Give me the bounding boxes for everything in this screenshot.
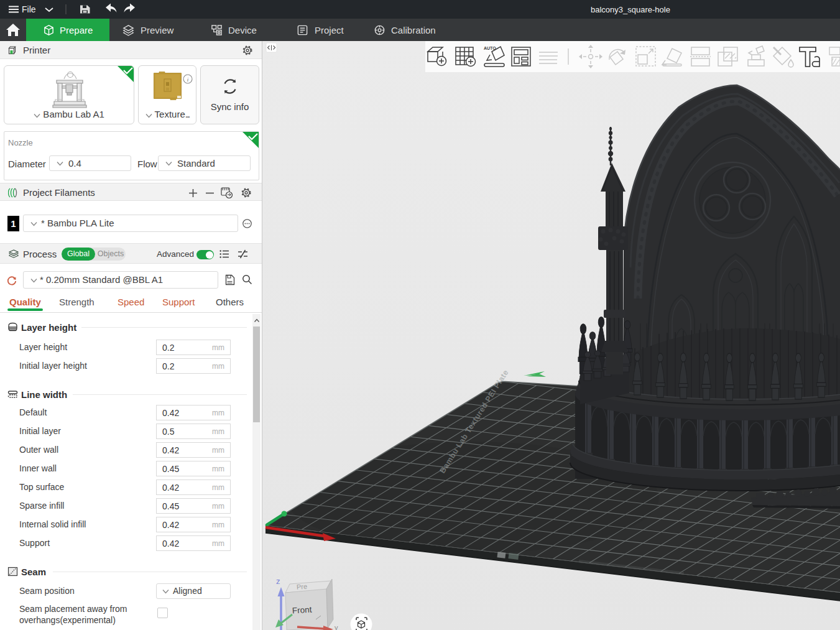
svg-text:z: z — [276, 577, 280, 586]
svg-text:Pre: Pre — [297, 583, 308, 591]
svg-text:Front: Front — [292, 605, 312, 615]
svg-text:AUTO: AUTO — [484, 46, 496, 50]
svg-text:y: y — [335, 624, 338, 630]
